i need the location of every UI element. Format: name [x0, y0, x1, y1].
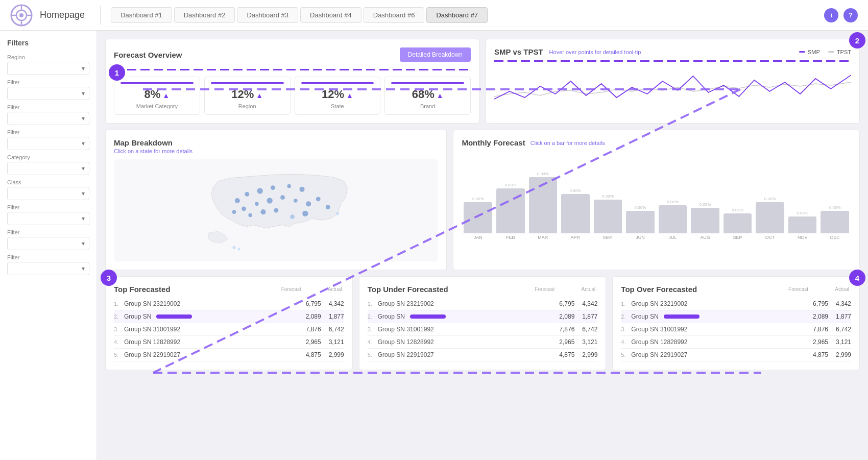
header-divider — [100, 6, 101, 25]
filter-2-select[interactable]: ▾ — [7, 112, 89, 125]
metric-value-1: 8%▲ — [120, 88, 194, 101]
filter-class-select[interactable]: ▾ — [7, 187, 89, 200]
nav-tab-7[interactable]: Dashboard #7 — [426, 7, 488, 23]
filter-1: Filter ▾ — [7, 79, 89, 100]
bar-col-may[interactable]: 0.00%MAY — [594, 153, 622, 240]
row-forecast-2: 7,876 — [546, 326, 574, 333]
bar-label-mar: MAR — [538, 235, 548, 240]
row-actual-0: 4,342 — [828, 300, 851, 307]
filter-5-select[interactable]: ▾ — [7, 237, 89, 250]
help-icon[interactable]: ? — [843, 8, 858, 22]
row-num-3: 4. — [621, 339, 631, 345]
top-forecasted-header: Top Forecasted Forecast Actual — [114, 285, 344, 294]
metric-value-3: 12%▲ — [301, 88, 374, 101]
bar-col-aug[interactable]: 0.00%AUG — [691, 153, 719, 240]
header: Homepage Dashboard #1 Dashboard #2 Dashb… — [0, 0, 868, 31]
filter-region-select[interactable]: ▾ — [7, 62, 89, 75]
filter-4-label: Filter — [7, 204, 89, 210]
app-logo — [10, 4, 33, 27]
svg-point-13 — [242, 206, 246, 211]
svg-point-29 — [237, 248, 240, 250]
bar-pct-jun: 0.00% — [635, 205, 646, 210]
svg-point-24 — [290, 214, 295, 219]
metric-label-1: Market Category — [120, 103, 194, 109]
bar-col-dec[interactable]: 0.00%DEC — [821, 153, 849, 240]
table-row-2: 3.Group SN 310019927,8766,742 — [114, 323, 344, 336]
bar-col-feb[interactable]: 0.00%FEB — [496, 153, 525, 240]
nav-tab-6[interactable]: Dashboard #6 — [364, 7, 425, 23]
filter-category-arrow: ▾ — [82, 165, 85, 172]
nav-tab-4[interactable]: Dashboard #4 — [300, 7, 361, 23]
monthly-forecast-header: Monthly Forecast Click on a bar for more… — [462, 138, 851, 147]
bar-mar — [529, 177, 558, 233]
filter-category-select[interactable]: ▾ — [7, 162, 89, 175]
bar-pct-dec: 0.00% — [829, 205, 841, 210]
map-breakdown-subtitle: Click on a state for more details — [114, 148, 438, 154]
bar-col-nov[interactable]: 0.00%NOV — [788, 153, 817, 240]
svg-point-28 — [232, 246, 235, 249]
filter-6-select[interactable]: ▾ — [7, 262, 89, 275]
info-icon[interactable]: i — [824, 8, 838, 22]
detailed-breakdown-button[interactable]: Detailed Breakdown — [400, 47, 471, 62]
bar-col-jul[interactable]: 0.00%JUL — [659, 153, 687, 240]
metric-market-category: 8%▲ Market Category — [114, 77, 200, 115]
row-num-4: 5. — [368, 352, 378, 358]
nav-tab-1[interactable]: Dashboard #1 — [111, 7, 172, 23]
metric-line-1 — [120, 82, 194, 84]
filter-class: Class ▾ — [7, 179, 89, 200]
svg-point-23 — [302, 211, 308, 216]
row-actual-4: 2,999 — [828, 351, 851, 358]
bar-col-jan[interactable]: 0.00%JAN — [464, 153, 492, 240]
smp-hint: Hover over points for detailed tool-tip — [549, 49, 641, 55]
map-area[interactable] — [114, 159, 438, 261]
bar-sep — [724, 213, 752, 233]
filter-2-arrow: ▾ — [82, 115, 85, 122]
row-name-1: Group SN — [378, 313, 547, 320]
filter-category-label: Category — [7, 154, 89, 160]
bar-pct-may: 0.00% — [602, 194, 614, 199]
map-breakdown-title: Map Breakdown — [114, 138, 438, 147]
forecast-overview-header: Forecast Overview Detailed Breakdown — [114, 47, 471, 62]
svg-point-10 — [271, 185, 275, 190]
smp-legend: SMP TPST — [799, 49, 851, 55]
row-name-2: Group SN 31001992 — [124, 326, 293, 333]
filter-4: Filter ▾ — [7, 204, 89, 225]
filter-region-label: Region — [7, 54, 89, 60]
row-name-0: Group SN 23219002 — [124, 300, 293, 307]
bar-col-sep[interactable]: 0.00%SEP — [724, 153, 752, 240]
row-num-1: 2. — [368, 313, 378, 320]
filter-3-select[interactable]: ▾ — [7, 137, 89, 150]
filter-6-label: Filter — [7, 254, 89, 260]
bar-col-oct[interactable]: 0.00%OCT — [756, 153, 784, 240]
metric-arrow-1: ▲ — [162, 91, 170, 100]
row-name-3: Group SN 12828992 — [124, 338, 293, 346]
row-actual-1: 1,877 — [574, 313, 597, 320]
nav-tab-2[interactable]: Dashboard #2 — [174, 7, 235, 23]
bar-label-nov: NOV — [798, 235, 808, 240]
bar-col-jun[interactable]: 0.00%JUN — [626, 153, 655, 240]
row-num-4: 5. — [621, 352, 631, 358]
nav-tab-3[interactable]: Dashboard #3 — [237, 7, 298, 23]
badge-4: 4 — [849, 270, 865, 286]
bar-label-jul: JUL — [669, 235, 677, 240]
sidebar-title: Filters — [7, 39, 89, 47]
row-num-2: 3. — [114, 326, 124, 332]
table-row-0: 1.Group SN 232190026,7954,342 — [368, 298, 598, 310]
bar-label-may: MAY — [603, 235, 613, 240]
svg-point-7 — [235, 198, 240, 203]
metric-arrow-2: ▲ — [256, 91, 263, 100]
row-num-3: 4. — [368, 339, 378, 345]
svg-point-2 — [19, 13, 23, 17]
bar-col-apr[interactable]: 0.00%APR — [561, 153, 590, 240]
row-forecast-3: 2,965 — [800, 338, 828, 346]
filter-1-select[interactable]: ▾ — [7, 87, 89, 100]
bar-col-mar[interactable]: 0.00%MAR — [529, 153, 558, 240]
bar-pct-jul: 0.00% — [667, 200, 679, 204]
filter-4-select[interactable]: ▾ — [7, 212, 89, 225]
top-forecasted-rows: 1.Group SN 232190026,7954,3422.Group SN2… — [114, 298, 344, 361]
legend-label-smp: SMP — [808, 49, 820, 55]
row-num-1: 2. — [621, 313, 631, 320]
metric-arrow-4: ▲ — [437, 91, 444, 100]
bar-dec — [821, 211, 849, 233]
filter-class-arrow: ▾ — [82, 190, 85, 197]
